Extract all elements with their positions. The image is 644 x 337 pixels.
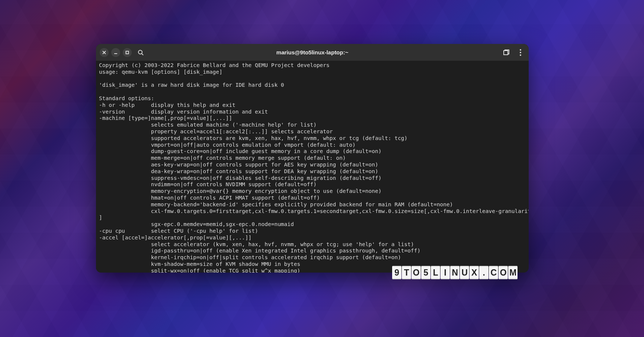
new-tab-icon (503, 50, 509, 55)
watermark-char: C (489, 266, 498, 279)
search-icon (138, 50, 144, 55)
svg-rect-0 (126, 51, 129, 54)
maximize-icon (125, 51, 129, 54)
watermark-char: T (402, 266, 411, 279)
watermark-char: O (499, 266, 508, 279)
watermark-char: N (450, 266, 459, 279)
titlebar[interactable]: marius@9to5linux-laptop:~ (96, 44, 529, 61)
menu-button[interactable] (516, 48, 525, 57)
minimize-button[interactable] (111, 48, 120, 57)
svg-rect-2 (504, 51, 508, 55)
watermark-char: X (470, 266, 479, 279)
kebab-dot-icon (520, 52, 521, 53)
kebab-dot-icon (520, 54, 521, 56)
svg-point-1 (138, 50, 142, 54)
window-title: marius@9to5linux-laptop:~ (96, 49, 529, 55)
watermark-char: . (479, 266, 488, 279)
watermark-char: U (460, 266, 469, 279)
close-button[interactable] (100, 48, 109, 57)
minimize-icon (114, 51, 118, 54)
titlebar-right-controls (502, 48, 525, 57)
close-icon (102, 51, 106, 54)
new-tab-button[interactable] (502, 48, 511, 57)
kebab-dot-icon (520, 49, 521, 51)
watermark-char: I (440, 266, 450, 279)
site-watermark: 9TO5LINUX.COM (392, 266, 518, 279)
desktop-wallpaper: marius@9to5linux-laptop:~ Copyright (c) … (0, 0, 644, 337)
maximize-button[interactable] (123, 48, 132, 57)
watermark-char: 5 (421, 266, 430, 279)
watermark-char: M (508, 266, 518, 279)
search-button[interactable] (135, 47, 146, 58)
terminal-output[interactable]: Copyright (c) 2003-2022 Fabrice Bellard … (96, 61, 529, 273)
window-controls (100, 48, 132, 57)
watermark-char: 9 (392, 266, 401, 279)
watermark-char: L (431, 266, 440, 279)
watermark-char: O (411, 266, 421, 279)
terminal-window: marius@9to5linux-laptop:~ Copyright (c) … (96, 44, 529, 273)
